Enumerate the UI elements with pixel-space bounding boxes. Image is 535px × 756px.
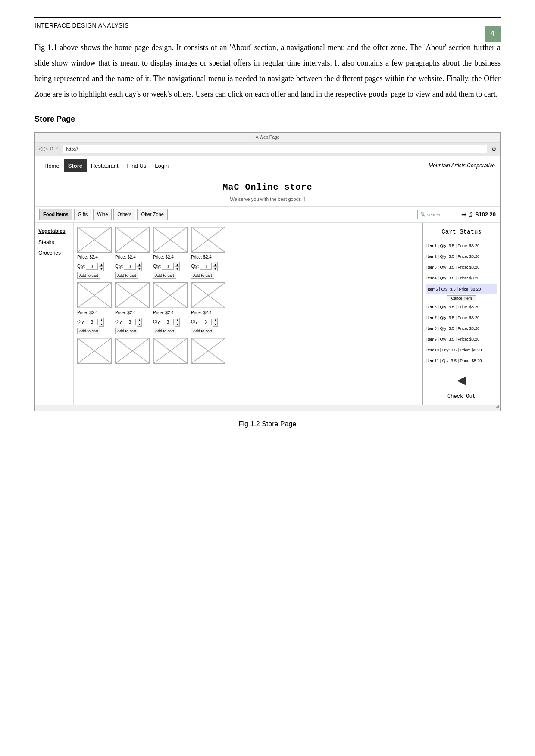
- cat-others[interactable]: Others: [113, 209, 135, 220]
- nav-findus[interactable]: Find Us: [123, 159, 151, 172]
- qty-input[interactable]: [86, 319, 98, 325]
- qty-up[interactable]: ▲: [175, 262, 179, 267]
- qty-up[interactable]: ▲: [213, 262, 217, 267]
- qty-label: Qty:: [115, 262, 123, 270]
- sidebar-groceries[interactable]: Groceries: [38, 249, 70, 258]
- reload-icon[interactable]: ↺: [50, 144, 54, 154]
- product-image: [153, 227, 188, 253]
- cart-icon[interactable]: 🖨: [468, 209, 474, 219]
- qty-input[interactable]: [162, 319, 174, 325]
- product-price: Price: $2.4: [115, 309, 150, 317]
- nav-restaurant[interactable]: Restaurant: [87, 159, 123, 172]
- qty-down[interactable]: ▼: [175, 322, 179, 326]
- browser-tab[interactable]: A Web Page: [256, 135, 279, 140]
- qty-spinner: ▲ ▼: [99, 262, 104, 271]
- checkout-area: ◀ Check Out: [426, 369, 497, 401]
- cart-panel: Cart Status Item1 | Qty: 3.5 | Price: $8…: [422, 223, 500, 405]
- qty-input[interactable]: [86, 263, 98, 270]
- product-price: Price: $2.4: [191, 253, 225, 261]
- qty-down[interactable]: ▼: [137, 322, 141, 326]
- forward-icon[interactable]: ▷: [44, 144, 48, 154]
- qty-spinner: ▲ ▼: [137, 318, 142, 327]
- add-to-cart-btn[interactable]: Add to cart: [77, 328, 100, 334]
- qty-input[interactable]: [200, 319, 212, 325]
- product-card: Price: $2.4 Qty: ▲ ▼ Add to cart: [115, 282, 150, 334]
- checkout-btn[interactable]: Check Out: [426, 392, 497, 402]
- cat-food-items[interactable]: Food Items: [39, 209, 72, 220]
- qty-input[interactable]: [124, 263, 136, 270]
- product-qty: Qty: ▲ ▼: [153, 262, 188, 271]
- cart-item: Item4 | Qty: 3.5 | Price: $8.20: [426, 273, 497, 282]
- product-image: [115, 227, 150, 253]
- qty-down[interactable]: ▼: [213, 267, 217, 271]
- settings-icon[interactable]: ⚙: [491, 144, 497, 154]
- resize-handle[interactable]: ◢: [496, 402, 499, 410]
- qty-input[interactable]: [124, 319, 136, 325]
- cat-gifts[interactable]: Gifts: [74, 209, 92, 220]
- product-card: [115, 338, 150, 364]
- product-card: Price: $2.4 Qty: ▲ ▼ Add to cart: [77, 227, 112, 279]
- sidebar-vegetables[interactable]: Vegetables: [38, 227, 70, 236]
- qty-up[interactable]: ▲: [213, 318, 217, 322]
- product-image: [77, 338, 112, 364]
- qty-down[interactable]: ▼: [213, 322, 217, 326]
- add-to-cart-btn[interactable]: Add to cart: [115, 328, 138, 334]
- product-card: Price: $2.4 Qty: ▲ ▼ Add to cart: [191, 282, 225, 334]
- browser-scrollbar[interactable]: ◢: [35, 405, 500, 411]
- qty-input[interactable]: [200, 263, 212, 270]
- search-input[interactable]: [427, 212, 453, 217]
- qty-spinner: ▲ ▼: [137, 262, 142, 271]
- add-to-cart-btn[interactable]: Add to cart: [191, 328, 214, 334]
- cat-offer-zone[interactable]: Offer Zone: [137, 209, 167, 220]
- body-paragraph: Fig 1.1 above shows the home page design…: [34, 40, 501, 102]
- sidebar-steaks[interactable]: Steaks: [38, 238, 70, 247]
- product-image: [77, 227, 112, 253]
- nav-store[interactable]: Store: [64, 159, 87, 172]
- product-image: [77, 282, 112, 308]
- product-qty: Qty: ▲ ▼: [191, 318, 225, 327]
- add-to-cart-btn[interactable]: Add to cart: [115, 272, 138, 279]
- add-to-cart-btn[interactable]: Add to cart: [153, 328, 176, 334]
- qty-up[interactable]: ▲: [99, 262, 103, 267]
- site-header: MaC Online store We serve you with the b…: [35, 175, 500, 207]
- product-image: [115, 338, 150, 364]
- add-to-cart-btn[interactable]: Add to cart: [77, 272, 100, 279]
- cat-wine[interactable]: Wine: [93, 209, 112, 220]
- cart-item: Item7 | Qty: 3.5 | Price: $8.20: [426, 313, 497, 322]
- search-icon: 🔍: [420, 211, 425, 219]
- search-box[interactable]: 🔍: [417, 210, 456, 219]
- product-card: [153, 338, 188, 364]
- qty-label: Qty:: [77, 262, 85, 270]
- qty-up[interactable]: ▲: [137, 262, 141, 267]
- qty-down[interactable]: ▼: [99, 267, 103, 271]
- home-icon[interactable]: ☆: [56, 144, 60, 154]
- cancel-item-btn[interactable]: Cancel Item: [447, 295, 476, 301]
- browser-nav-icons: ◁ ▷ ↺ ☆: [38, 144, 60, 154]
- product-qty: Qty: ▲ ▼: [77, 318, 112, 327]
- qty-up[interactable]: ▲: [175, 318, 179, 322]
- qty-label: Qty:: [191, 262, 199, 270]
- product-qty: Qty: ▲ ▼: [77, 262, 112, 271]
- qty-down[interactable]: ▼: [99, 322, 103, 326]
- product-card: [77, 338, 112, 364]
- product-image: [191, 338, 225, 364]
- qty-input[interactable]: [162, 263, 174, 270]
- qty-down[interactable]: ▼: [137, 267, 141, 271]
- category-toolbar: Food Items Gifts Wine Others Offer Zone …: [35, 207, 500, 223]
- qty-spinner: ▲ ▼: [213, 318, 218, 327]
- url-bar[interactable]: [63, 145, 487, 153]
- add-to-cart-btn[interactable]: Add to cart: [153, 272, 176, 279]
- arrow-icon[interactable]: ➡: [461, 209, 466, 220]
- nav-brand: Mountain Artists Cooperative: [429, 161, 495, 171]
- nav-home[interactable]: Home: [40, 159, 64, 172]
- qty-down[interactable]: ▼: [175, 267, 179, 271]
- qty-up[interactable]: ▲: [137, 318, 141, 322]
- fig-caption: Fig 1.2 Store Page: [34, 418, 501, 431]
- cart-total: $102.20: [476, 209, 496, 219]
- add-to-cart-btn[interactable]: Add to cart: [191, 272, 214, 279]
- back-icon[interactable]: ◁: [38, 144, 42, 154]
- nav-login[interactable]: Login: [150, 159, 173, 172]
- qty-up[interactable]: ▲: [99, 318, 103, 322]
- sidebar: Vegetables Steaks Groceries: [35, 223, 74, 405]
- site-subtitle: We serve you with the best goods !!: [35, 195, 500, 204]
